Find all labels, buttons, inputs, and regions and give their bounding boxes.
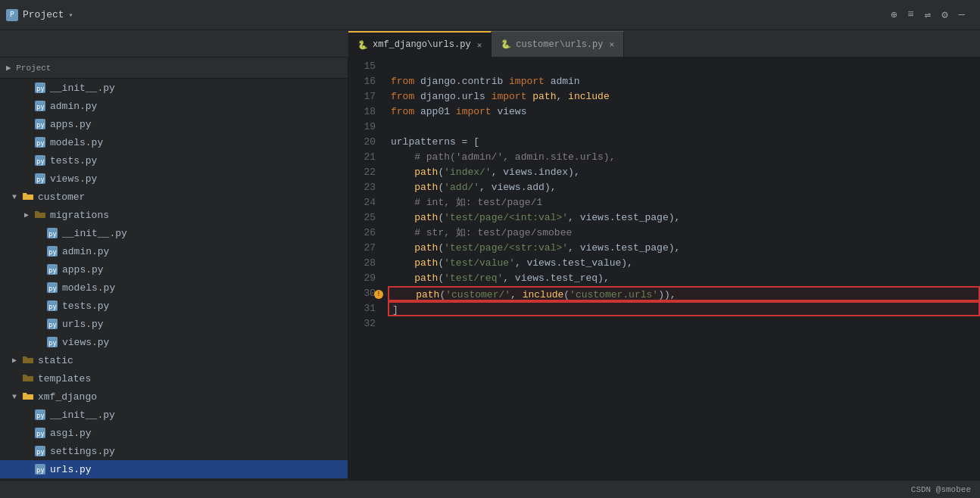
tree-icon-admin-root: py [35,101,47,111]
svg-text:py: py [36,85,45,92]
tree-item-tests-cust[interactable]: pytests.py [0,297,348,315]
tree-label-settings-xmf: settings.py [50,446,115,457]
tree-item-views-root[interactable]: pyviews.py [0,170,348,188]
tree-item-asgi-xmf[interactable]: pyasgi.py [0,424,348,442]
tree-item-admin-root[interactable]: pyadmin.py [0,97,348,115]
tree-item-init-root[interactable]: py__init__.py [0,79,348,97]
tree-item-apps-root[interactable]: pyapps.py [0,115,348,133]
svg-text:py: py [48,321,57,328]
token [391,167,414,178]
line-num-31: 31 [348,301,376,316]
file-tree: py__init__.pypyadmin.pypyapps.pypymodels… [0,79,348,480]
token: , views.add), [479,182,556,193]
code-line-24: # int, 如: test/page/1 [391,195,980,210]
svg-text:py: py [48,339,57,347]
svg-text:py: py [36,412,45,419]
svg-text:py: py [48,285,57,292]
line-num-29: 29 [348,271,376,286]
svg-text:py: py [48,303,57,310]
token: , views.test_value), [515,257,633,269]
structure-icon[interactable]: ≡ [907,8,913,21]
tree-item-settings-xmf[interactable]: pysettings.py [0,442,348,460]
tree-item-migrations[interactable]: ▶migrations [0,206,348,224]
tree-item-xmf-django[interactable]: ▼xmf_django [0,388,348,406]
token: from [391,106,414,117]
token: admin [545,76,580,87]
tree-label-init-cust: __init__.py [62,228,127,239]
tree-item-models-cust[interactable]: pymodels.py [0,279,348,297]
svg-text:py: py [48,248,57,256]
warn-dot-30: ! [374,290,383,299]
code-line-30: ! path('customer/', include('customer.ur… [388,286,980,301]
sidebar-header: ▶ Project [0,58,348,79]
svg-text:py: py [36,103,45,110]
tree-item-admin-cust[interactable]: pyadmin.py [0,242,348,260]
compare-icon[interactable]: ⇌ [925,8,931,21]
tree-item-templates[interactable]: templates [0,369,348,388]
token: from [391,76,414,87]
code-line-18: from app01 import views [391,104,980,120]
line-num-15: 15 [348,59,376,74]
tree-item-urls-xmf[interactable]: pyurls.py [0,460,348,478]
tab-customer-urls[interactable]: 🐍 customer\urls.py ✕ [492,31,624,57]
status-text: CSDN @smobee [911,485,971,494]
minimize-icon[interactable]: — [959,8,965,21]
token: path [414,242,438,254]
tree-arrow-migrations: ▶ [24,210,35,219]
tree-item-static[interactable]: ▶static [0,351,348,369]
tree-icon-customer [23,191,35,202]
tree-item-customer[interactable]: ▼customer [0,188,348,206]
svg-text:py: py [36,466,45,474]
token: 'test/req' [444,272,503,284]
token: include [568,91,610,102]
tree-label-customer: customer [38,191,85,203]
line-num-27: 27 [348,241,376,256]
token: app01 [414,106,456,117]
editor[interactable]: 151617181920212223242526272829303132 fro… [348,58,980,480]
line-num-24: 24 [348,195,376,210]
tree-icon-xmf-django [23,391,35,402]
token: 'test/page/<str:val>' [444,242,568,254]
tree-label-admin-root: admin.py [50,101,97,112]
token: , [556,91,568,102]
tab-customer-urls-close[interactable]: ✕ [609,39,614,49]
token: from [391,91,414,102]
tree-icon-models-cust: py [47,282,59,293]
token: path [416,289,439,300]
line-num-32: 32 [348,316,376,331]
tree-item-urls-cust[interactable]: pyurls.py [0,315,348,333]
token: # str, 如: test/page/smobee [391,227,572,238]
tabs-bar: 🐍 xmf_django\urls.py ✕ 🐍 customer\urls.p… [0,30,980,58]
token: path [526,91,556,102]
tree-item-init-xmf[interactable]: py__init__.py [0,406,348,424]
code-line-25: path('test/page/<int:val>', views.test_p… [391,210,980,226]
token: 'test/value' [444,257,515,269]
tree-icon-admin-cust: py [47,246,59,257]
tree-icon-apps-root: py [35,119,47,129]
tab-xmf-urls-close[interactable]: ✕ [477,40,482,50]
tree-label-asgi-xmf: asgi.py [50,428,92,439]
navigate-icon[interactable]: ⊕ [891,8,897,21]
token: django.contrib [414,76,509,87]
tree-label-urls-xmf: urls.py [50,464,92,475]
line-num-17: 17 [348,89,376,104]
settings-icon[interactable]: ⚙ [941,8,947,21]
tree-item-apps-cust[interactable]: pyapps.py [0,260,348,279]
line-num-26: 26 [348,226,376,241]
tree-label-models-root: models.py [50,137,103,148]
token: 'test/page/<int:val>' [444,212,568,223]
tree-item-init-cust[interactable]: py__init__.py [0,224,348,242]
tree-icon-views-cust: py [47,337,59,347]
token [391,182,414,193]
tree-item-models-root[interactable]: pymodels.py [0,133,348,151]
token: path [414,167,438,178]
tab-xmf-urls[interactable]: 🐍 xmf_django\urls.py ✕ [348,31,492,57]
tree-item-tests-root[interactable]: pytests.py [0,151,348,170]
token [391,272,414,284]
tree-item-views-cust[interactable]: pyviews.py [0,333,348,351]
project-dropdown-arrow[interactable]: ▾ [69,11,73,20]
svg-text:py: py [48,230,57,238]
tree-icon-urls-xmf: py [35,464,47,475]
code-line-16: from django.contrib import admin [391,74,980,89]
token: ] [392,304,398,316]
